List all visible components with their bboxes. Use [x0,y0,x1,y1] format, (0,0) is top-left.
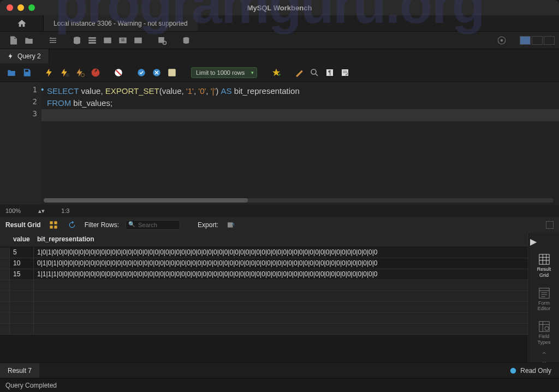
stop-icon[interactable] [90,67,102,79]
line-number: 1 [0,85,41,97]
connection-tab[interactable]: Local instance 3306 - Warning - not supp… [44,15,198,31]
open-sql-script-icon[interactable] [23,34,35,46]
line-gutter: 1 2 3 [0,82,41,205]
invisible-chars-icon[interactable]: ¶ [324,67,336,79]
zoom-stepper[interactable]: ▴▾ [38,207,45,215]
table-row [0,280,528,291]
svg-rect-27 [539,254,549,264]
t: ) [216,86,221,96]
svg-point-18 [311,69,316,74]
expand-caret-icon[interactable]: ▶ [529,236,537,247]
export-icon[interactable] [225,219,237,231]
grid-view-icon[interactable] [47,219,60,231]
svg-point-12 [81,73,85,76]
lightning-icon [8,53,14,60]
export-label: Export: [198,221,218,229]
svg-rect-16 [168,69,176,76]
side-label: Form Editor [538,300,551,312]
cell: 15 [10,269,34,280]
execute-current-icon[interactable] [59,67,71,79]
editor-toolbar: Limit to 1000 rows + ¶ [0,63,559,82]
svg-point-0 [50,37,51,38]
result-tab-label: Result 7 [8,367,32,375]
autocommit-icon[interactable] [166,67,178,79]
find-icon[interactable] [308,67,320,79]
wrap-icon[interactable] [339,67,351,79]
result-tabbar: Result 7 Read Only [0,363,559,378]
str: '|' [211,86,216,96]
beautify-icon[interactable] [293,67,305,79]
filter-search-input[interactable]: Search [126,220,180,230]
more-views-icon[interactable]: ⌃⌄ [541,352,548,363]
source-code[interactable]: SELECT value, EXPORT_SET(value, '1', '0'… [41,82,559,205]
cell: 1|1|1|1|0|0|0|0|0|0|0|0|0|0|0|0|0|0|0|0|… [34,269,528,280]
refresh-icon[interactable] [66,219,78,231]
svg-point-9 [501,39,503,41]
favorite-icon[interactable]: + [270,67,282,79]
t: value, [79,86,105,96]
result-side-panel: ▶ Result Grid Form Editor Field Types ⌃⌄ [528,233,559,363]
kw: SELECT [47,86,79,96]
t: (value, [159,86,186,96]
cell: 10 [10,258,34,269]
row-limit-dropdown[interactable]: Limit to 1000 rows [191,67,257,78]
editor-statusbar: 100% ▴▾ 1:3 programguru.org [0,205,559,217]
minimize-icon[interactable] [17,4,24,11]
read-only-indicator: Read Only [502,363,559,378]
table-row[interactable]: 51|0|1|0|0|0|0|0|0|0|0|0|0|0|0|0|0|0|0|0… [0,247,528,258]
line-number: 2 [0,97,41,109]
right-panel-toggle[interactable] [544,36,555,45]
fn: EXPORT_SET [105,86,159,96]
column-header[interactable]: value [10,233,34,247]
field-types-button[interactable]: Field Types [532,318,557,348]
str: '0' [198,86,206,96]
search-table-data-icon[interactable] [156,34,168,46]
explain-icon[interactable] [74,67,86,79]
result-grid[interactable]: value bit_representation 51|0|1|0|0|0|0|… [0,233,528,363]
close-icon[interactable] [7,4,13,11]
form-editor-button[interactable]: Form Editor [532,285,557,314]
table-row[interactable]: 100|1|0|1|0|0|0|0|0|0|0|0|0|0|0|0|0|0|0|… [0,258,528,269]
table-row[interactable]: 151|1|1|1|0|0|0|0|0|0|0|0|0|0|0|0|0|0|0|… [0,269,528,280]
result-grid-view-button[interactable]: Result Grid [532,251,557,281]
read-only-label: Read Only [520,367,551,375]
connection-tabbar: Local instance 3306 - Warning - not supp… [0,15,559,32]
svg-rect-22 [50,221,52,224]
inspector-icon[interactable] [47,34,59,46]
maximize-icon[interactable] [28,4,35,11]
bottom-panel-toggle[interactable] [532,36,543,45]
create-view-icon[interactable] [102,34,114,46]
search-placeholder: Search [138,222,157,228]
new-sql-tab-icon[interactable] [8,34,20,46]
create-function-icon[interactable] [132,34,144,46]
settings-icon[interactable] [496,34,508,46]
execute-icon[interactable] [44,67,56,79]
horizontal-scrollbar[interactable] [44,198,554,203]
result-tab[interactable]: Result 7 [0,363,39,378]
query-tab[interactable]: Query 2 [0,49,49,63]
column-header[interactable]: bit_representation [34,233,528,247]
create-table-icon[interactable] [86,34,98,46]
commit-icon[interactable] [135,67,147,79]
app-title: MySQL Workbench [247,4,312,12]
create-procedure-icon[interactable] [117,34,129,46]
svg-rect-10 [25,69,28,72]
rollback-icon[interactable] [151,67,163,79]
svg-rect-26 [228,222,233,227]
svg-text:¶: ¶ [329,69,332,76]
left-panel-toggle[interactable] [520,36,531,45]
side-label: Field Types [537,334,550,346]
result-grid-area: value bit_representation 51|0|1|0|0|0|0|… [0,233,559,363]
scrollbar-thumb[interactable] [44,198,248,203]
cell: 5 [10,247,34,258]
wrap-cells-toggle[interactable] [546,221,554,229]
create-schema-icon[interactable] [71,34,83,46]
query-tab-label: Query 2 [17,52,41,60]
open-file-icon[interactable] [5,67,17,79]
sql-editor[interactable]: 1 2 3 SELECT value, EXPORT_SET(value, '1… [0,82,559,205]
save-file-icon[interactable] [21,67,33,79]
no-commit-icon[interactable] [112,67,124,79]
home-tab[interactable] [0,15,44,31]
svg-point-14 [138,69,145,76]
reconnect-icon[interactable] [180,34,192,46]
